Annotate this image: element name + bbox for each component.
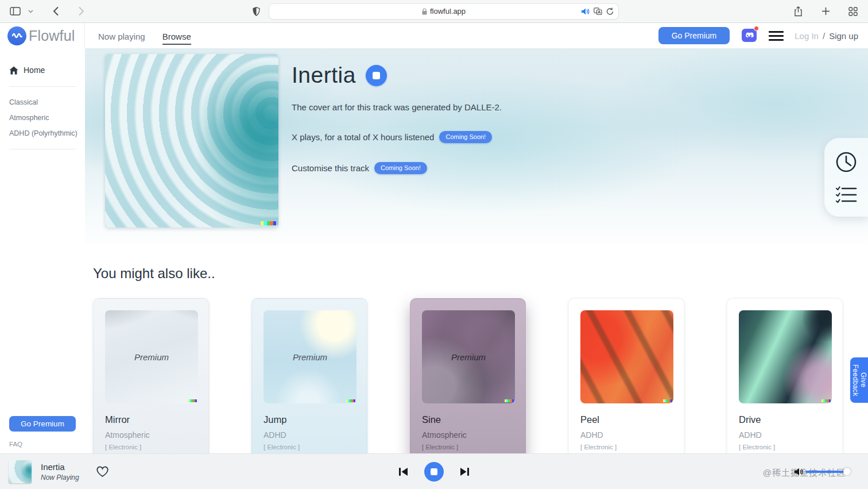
main-nav: Now playing Browse [98,23,191,48]
premium-label: Premium [293,352,327,362]
now-playing-status: Now Playing [41,473,79,482]
dalle-watermark [261,221,276,225]
track-card-title: Mirror [105,414,197,425]
premium-label: Premium [134,352,169,362]
suggestions-section: You might also like.. Premium Mirror Atm… [85,244,868,453]
new-tab-icon[interactable] [819,5,832,18]
track-hero: Inertia The cover art for this track was… [85,48,868,244]
brand-name: Flowful [29,28,75,44]
menu-icon[interactable] [769,31,784,41]
lock-icon [422,8,427,15]
sidebar-item-adhd[interactable]: ADHD (Polyrhythmic) [9,129,76,137]
url-text: flowful.app [430,7,466,16]
track-title: Inertia [292,63,356,88]
track-card-art: Premium [105,310,198,403]
back-icon[interactable] [49,5,63,18]
volume-icon [795,468,803,476]
queue-icon[interactable] [835,186,857,204]
track-description: The cover art for this track was generat… [292,102,502,112]
sidebar-item-atmospheric[interactable]: Atmospheric [9,114,76,122]
sidebar-home-label: Home [24,66,45,75]
track-card-title: Sine [422,414,514,425]
track-card-genre: Atmospheric [422,430,514,440]
volume-control[interactable] [795,468,851,476]
track-card[interactable]: Premium Jump ADHD [ Electronic ] [251,298,367,453]
chevron-down-icon[interactable] [24,5,37,18]
log-in-link[interactable]: Log In [795,31,819,41]
browser-toolbar: flowful.app [0,0,868,23]
reload-icon[interactable] [606,7,614,16]
app-header: Flowful Now playing Browse Go Premium Lo… [0,23,868,48]
share-icon[interactable] [791,5,805,18]
now-playing-thumbnail[interactable] [9,460,32,483]
sign-up-link[interactable]: Sign up [829,31,858,41]
track-card-title: Jump [264,414,355,425]
volume-slider[interactable] [805,471,847,473]
track-card-title: Peel [580,414,672,425]
track-card[interactable]: Drive ADHD [ Electronic ] [727,298,843,453]
track-card-art: Premium [422,310,515,403]
audio-playing-icon[interactable] [582,8,590,15]
go-premium-button[interactable]: Go Premium [658,27,730,44]
dalle-watermark [346,399,355,402]
translate-icon[interactable] [594,7,602,15]
track-card-genre: ADHD [264,430,355,440]
track-card-tag: [ Electronic ] [105,444,197,451]
customise-track-text: Customise this track [292,163,369,173]
stop-button[interactable] [366,65,387,86]
volume-slider-thumb[interactable] [843,468,851,475]
track-cards-row: Premium Mirror Atmospheric [ Electronic … [93,298,860,453]
home-icon [9,66,18,75]
notification-dot [754,26,759,31]
sidebar-item-faq[interactable]: FAQ [0,441,85,453]
main-content: Inertia The cover art for this track was… [85,48,868,453]
tab-grid-icon[interactable] [846,5,860,18]
track-card[interactable]: Premium Mirror Atmospheric [ Electronic … [93,298,209,453]
sidebar-item-home[interactable]: Home [0,66,85,75]
track-card-art [739,310,832,403]
track-card-art [580,310,673,403]
plays-stats-text: X plays, for a total of X hours listened [292,132,434,142]
premium-label: Premium [451,352,486,362]
track-card-genre: Atmospheric [105,430,197,440]
divider [9,86,76,87]
dalle-watermark [663,399,672,402]
dalle-watermark [505,399,514,402]
coming-soon-badge: Coming Soon! [439,131,492,143]
track-card-tag: [ Electronic ] [264,444,355,451]
dalle-watermark [822,399,831,402]
divider [9,149,76,149]
track-card[interactable]: Peel ADHD [ Electronic ] [568,298,684,453]
give-feedback-button[interactable]: Give Feedback [850,357,868,403]
sidebar: Home Classical Atmospheric ADHD (Polyrhy… [0,48,85,453]
tab-browse[interactable]: Browse [162,30,191,45]
track-card-tag: [ Electronic ] [580,444,672,451]
track-card-genre: ADHD [739,430,831,440]
track-card-tag: [ Electronic ] [422,444,514,451]
track-card[interactable]: Premium Sine Atmospheric [ Electronic ] [410,298,526,453]
sidebar-go-premium-button[interactable]: Go Premium [9,416,76,432]
previous-icon[interactable] [399,467,408,476]
heart-icon[interactable] [96,465,109,478]
player-bar: Inertia Now Playing @稀土掘金技术社区 [0,453,868,489]
tab-now-playing[interactable]: Now playing [98,30,145,41]
track-card-art: Premium [264,310,356,403]
flowful-logo-icon [7,26,26,45]
coming-soon-badge: Coming Soon! [374,162,427,174]
auth-separator: / [823,31,825,41]
sidebar-toggle-icon[interactable] [8,5,22,18]
now-playing-title: Inertia [41,462,79,472]
discord-icon[interactable] [741,27,758,44]
floating-tools-panel [824,138,868,217]
timer-icon[interactable] [835,151,858,174]
brand-logo[interactable]: Flowful [0,23,85,48]
next-icon[interactable] [460,467,469,476]
player-stop-button[interactable] [424,462,444,482]
stop-icon [431,468,437,475]
forward-icon[interactable] [74,5,88,18]
track-card-genre: ADHD [580,430,672,440]
address-bar[interactable]: flowful.app [269,3,619,20]
sidebar-item-classical[interactable]: Classical [9,98,76,106]
shield-icon[interactable] [249,5,263,18]
dalle-watermark [188,399,197,402]
